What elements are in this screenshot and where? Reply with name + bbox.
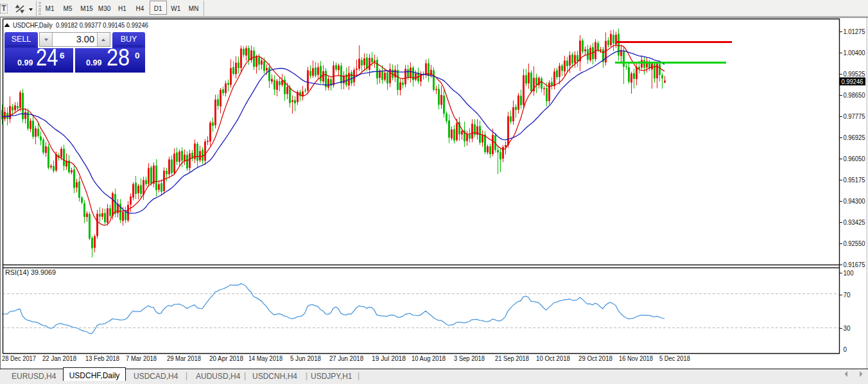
svg-text:100: 100 xyxy=(844,269,854,277)
svg-text:D1: D1 xyxy=(154,5,162,12)
svg-text:0.96050: 0.96050 xyxy=(844,155,865,162)
svg-text:20 Apr 2018: 20 Apr 2018 xyxy=(209,354,243,362)
svg-text:M1: M1 xyxy=(46,5,55,12)
svg-text:29 Mar 2018: 29 Mar 2018 xyxy=(167,354,201,362)
svg-text:70: 70 xyxy=(844,291,851,299)
svg-text:H4: H4 xyxy=(136,5,144,12)
svg-text:29 Oct 2018: 29 Oct 2018 xyxy=(578,354,612,362)
svg-text:0.93425: 0.93425 xyxy=(844,218,865,226)
svg-text:0.95175: 0.95175 xyxy=(844,176,865,184)
svg-text:19 Jul 2018: 19 Jul 2018 xyxy=(372,354,406,362)
svg-text:RSI(14) 39.9069: RSI(14) 39.9069 xyxy=(5,268,56,276)
svg-text:3 Sep 2018: 3 Sep 2018 xyxy=(454,354,485,362)
svg-text:1.01275: 1.01275 xyxy=(844,28,865,35)
svg-text:0.98650: 0.98650 xyxy=(844,91,865,99)
svg-text:14 May 2018: 14 May 2018 xyxy=(248,354,282,362)
svg-text:W1: W1 xyxy=(171,5,180,12)
svg-text:0.99246: 0.99246 xyxy=(842,78,864,85)
svg-text:27 Jun 2018: 27 Jun 2018 xyxy=(329,354,363,362)
svg-text:0: 0 xyxy=(844,345,847,353)
svg-text:0.94300: 0.94300 xyxy=(844,197,865,205)
svg-text:H1: H1 xyxy=(118,5,126,12)
svg-text:0.99525: 0.99525 xyxy=(844,70,865,78)
svg-text:10 Aug 2018: 10 Aug 2018 xyxy=(412,354,446,362)
svg-text:USDCHF,Daily 0.99182 0.99377: USDCHF,Daily 0.99182 0.99377 0.99145 0.9… xyxy=(13,21,148,29)
svg-text:M30: M30 xyxy=(98,5,111,12)
svg-text:16 Nov 2018: 16 Nov 2018 xyxy=(619,354,653,362)
svg-text:22 Jan 2018: 22 Jan 2018 xyxy=(42,354,76,362)
svg-text:30: 30 xyxy=(844,324,851,332)
svg-text:0.97775: 0.97775 xyxy=(844,112,865,120)
svg-text:7 Mar 2018: 7 Mar 2018 xyxy=(126,354,157,362)
svg-text:0.91675: 0.91675 xyxy=(844,261,865,268)
svg-text:21 Sep 2018: 21 Sep 2018 xyxy=(495,354,529,362)
svg-text:28 Dec 2017: 28 Dec 2017 xyxy=(2,354,36,362)
svg-text:MN: MN xyxy=(189,5,199,12)
svg-text:0.92550: 0.92550 xyxy=(844,240,865,247)
svg-text:0.96925: 0.96925 xyxy=(844,134,865,141)
svg-text:5 Jun 2018: 5 Jun 2018 xyxy=(290,354,321,362)
svg-text:13 Feb 2018: 13 Feb 2018 xyxy=(85,354,119,362)
svg-text:M15: M15 xyxy=(80,5,93,12)
svg-text:1.00400: 1.00400 xyxy=(844,49,865,57)
svg-text:5 Dec 2018: 5 Dec 2018 xyxy=(659,354,690,362)
svg-text:10 Oct 2018: 10 Oct 2018 xyxy=(536,354,570,362)
svg-text:M5: M5 xyxy=(64,5,73,12)
